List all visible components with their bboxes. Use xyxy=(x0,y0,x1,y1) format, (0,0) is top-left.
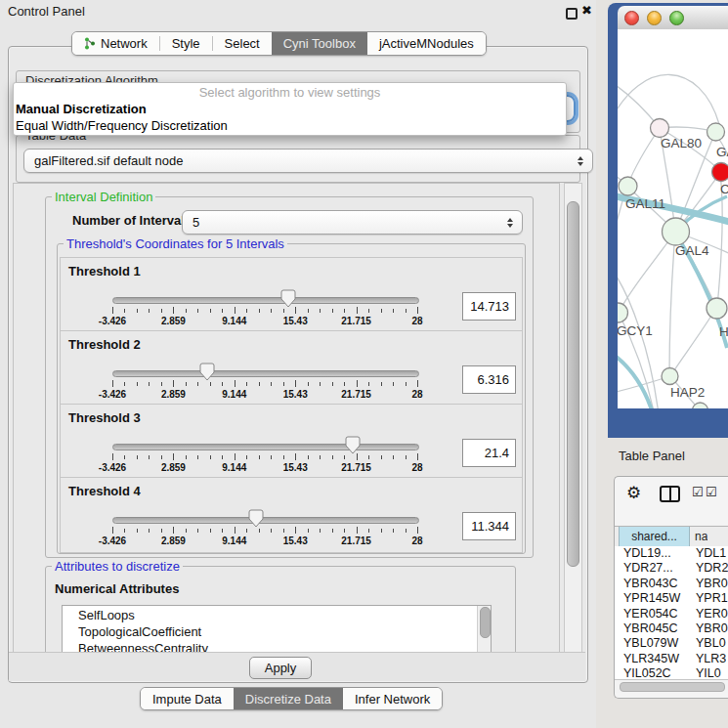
table-row[interactable]: YBR045CYBR0 xyxy=(615,621,728,636)
cell-shared-name: YBL079W xyxy=(615,636,692,651)
tick-mark xyxy=(161,529,162,533)
threshold-value-field[interactable]: 11.344 xyxy=(462,512,516,540)
tab-jactivemnodules[interactable]: jActiveMNodules xyxy=(367,32,486,55)
tick-mark xyxy=(149,309,150,313)
tab-label: Discretize Data xyxy=(245,692,331,707)
network-node[interactable] xyxy=(662,368,678,385)
threshold-value-field[interactable]: 21.4 xyxy=(462,439,516,467)
column-header-name[interactable]: na xyxy=(690,527,728,546)
column-layout-icon[interactable] xyxy=(660,486,680,502)
interval-definition-title: Interval Definition xyxy=(52,190,155,204)
stepper-arrows-icon xyxy=(578,156,583,166)
tick-label: -3.426 xyxy=(99,462,126,473)
settings-vertical-scrollbar[interactable] xyxy=(564,183,582,654)
cell-shared-name: YIL052C xyxy=(615,666,692,679)
table-row[interactable]: YDL19...YDL1 xyxy=(615,546,728,561)
attribute-item[interactable]: SelfLoops xyxy=(63,607,491,623)
attributes-list-scrollbar[interactable] xyxy=(477,606,491,652)
tick-mark xyxy=(235,527,236,534)
network-node[interactable] xyxy=(618,303,628,322)
tick-mark xyxy=(308,382,309,386)
tick-mark xyxy=(197,382,198,386)
table-row[interactable]: YDR27...YDR2 xyxy=(615,561,728,576)
network-graph: GAL80GACGAL11GAL4GCY1HHAP2 xyxy=(618,29,728,408)
tick-mark xyxy=(332,309,333,313)
node-label: HAP2 xyxy=(670,385,705,400)
network-canvas[interactable]: GAL80GACGAL11GAL4GCY1HHAP2 xyxy=(618,29,728,408)
node-label: H xyxy=(719,324,728,339)
threshold-value-field[interactable]: 14.713 xyxy=(462,292,516,321)
tab-impute-data[interactable]: Impute Data xyxy=(141,688,234,709)
tick-mark xyxy=(295,307,296,314)
tab-network[interactable]: Network xyxy=(72,32,159,55)
table-horizontal-scrollbar[interactable] xyxy=(615,679,728,693)
slider-thumb[interactable] xyxy=(248,509,264,528)
threshold-label: Threshold 4 xyxy=(68,484,141,498)
column-header-shared-name[interactable]: shared... xyxy=(619,527,690,546)
algorithm-dropdown-hint: Select algorithm to view settings xyxy=(14,83,566,101)
tick-mark xyxy=(357,380,358,387)
table-row[interactable]: YER054CYER0 xyxy=(615,607,728,621)
tab-infer-network[interactable]: Infer Network xyxy=(343,688,442,709)
tab-label: Cyni Toolbox xyxy=(283,36,356,51)
table-row[interactable]: YBR043CYBR0 xyxy=(615,577,728,591)
scrollbar-thumb[interactable] xyxy=(480,607,491,638)
tab-discretize-data[interactable]: Discretize Data xyxy=(234,688,343,709)
tick-mark xyxy=(283,382,284,386)
minimize-traffic-light[interactable] xyxy=(647,11,662,25)
tab-style[interactable]: Style xyxy=(160,32,212,55)
slider-thumb[interactable] xyxy=(280,289,296,308)
tick-mark xyxy=(332,529,333,533)
network-node[interactable] xyxy=(707,123,725,141)
tab-label: Select xyxy=(225,36,260,51)
attribute-item[interactable]: TopologicalCoefficient xyxy=(63,623,491,640)
cell-shared-name: YBR045C xyxy=(615,621,692,636)
network-node[interactable] xyxy=(663,218,690,245)
table-row[interactable]: YBL079WYBL0 xyxy=(615,636,728,651)
scrollbar-thumb[interactable] xyxy=(567,201,579,567)
algorithm-option-manual-discretization[interactable]: Manual Discretization xyxy=(14,101,566,117)
checkbox-icon[interactable]: ☑ xyxy=(706,485,717,499)
checkbox-icon[interactable]: ☑ xyxy=(692,485,704,499)
slider-thumb[interactable] xyxy=(199,363,215,381)
table-row[interactable]: YIL052CYIL0 xyxy=(615,666,728,679)
scrollbar-thumb[interactable] xyxy=(620,682,725,692)
tab-cyni-toolbox[interactable]: Cyni Toolbox xyxy=(272,32,367,55)
node-label: C xyxy=(720,182,728,196)
tick-mark xyxy=(417,527,418,534)
network-node[interactable] xyxy=(619,177,637,195)
number-of-intervals-select[interactable]: 5 xyxy=(182,210,523,235)
network-node[interactable] xyxy=(712,163,728,182)
network-node[interactable] xyxy=(651,119,669,138)
threshold-value-field[interactable]: 6.316 xyxy=(462,365,516,394)
table-data-select[interactable]: galFiltered.sif default node xyxy=(23,149,593,173)
network-view-window: GAL80GACGAL11GAL4GCY1HHAP2 xyxy=(608,3,728,438)
apply-button[interactable]: Apply xyxy=(249,657,312,679)
slider-track[interactable] xyxy=(112,517,419,524)
slider-track[interactable] xyxy=(112,444,419,450)
zoom-traffic-light[interactable] xyxy=(669,11,684,25)
tick-mark xyxy=(137,529,138,533)
tick-mark xyxy=(332,382,333,386)
gear-icon[interactable]: ⚙ xyxy=(626,483,641,502)
close-icon[interactable]: ✖ xyxy=(581,3,592,18)
tab-select[interactable]: Select xyxy=(213,32,272,55)
numerical-attributes-list[interactable]: SelfLoopsTopologicalCoefficientBetweenne… xyxy=(62,605,492,654)
close-traffic-light[interactable] xyxy=(624,11,639,25)
slider-track[interactable] xyxy=(112,370,419,377)
threshold-slider-stack: Threshold 1-3.4262.8599.14415.4321.71528… xyxy=(60,257,521,552)
slider-track[interactable] xyxy=(112,297,419,304)
slider-thumb[interactable] xyxy=(345,436,361,454)
tick-mark xyxy=(124,455,125,459)
table-row[interactable]: YPR145WYPR1 xyxy=(615,591,728,606)
algorithm-option-equal-width-frequency-discretization[interactable]: Equal Width/Frequency Discretization xyxy=(14,117,566,134)
table-row[interactable]: YLR345WYLR3 xyxy=(615,652,728,666)
network-node[interactable] xyxy=(707,298,727,319)
threshold-box: Threshold 2-3.4262.8599.14415.4321.71528… xyxy=(60,330,523,407)
number-of-intervals-label: Number of Intervals xyxy=(72,213,192,228)
cell-shared-name: YBR043C xyxy=(615,577,692,591)
tick-mark xyxy=(283,455,284,459)
network-window-titlebar[interactable] xyxy=(618,6,728,30)
tick-mark xyxy=(283,529,284,533)
float-window-icon[interactable] xyxy=(566,8,578,20)
